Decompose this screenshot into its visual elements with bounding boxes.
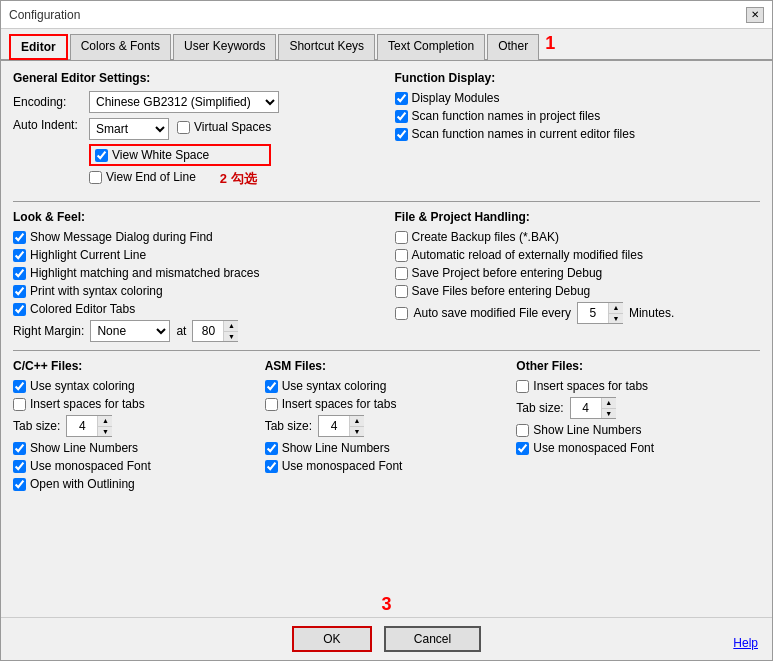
asm-bottom-0: Show Line Numbers	[265, 441, 509, 455]
auto-save-down[interactable]: ▼	[609, 314, 623, 324]
tab-colors[interactable]: Colors & Fonts	[70, 34, 171, 60]
cpp-item-1: Insert spaces for tabs	[13, 397, 257, 411]
other-tab-down[interactable]: ▼	[602, 409, 616, 419]
cpp-tab-up[interactable]: ▲	[98, 416, 112, 427]
cpp-bcb-1[interactable]	[13, 460, 26, 473]
fp-item-0: Create Backup files (*.BAK)	[395, 230, 761, 244]
lf-cb-2[interactable]	[13, 267, 26, 280]
top-section: General Editor Settings: Encoding: Chine…	[13, 71, 760, 193]
asm-title: ASM Files:	[265, 359, 509, 373]
auto-save-input[interactable]	[578, 306, 608, 320]
view-white-space-row: View White Space	[89, 144, 271, 166]
cpp-cb-0[interactable]	[13, 380, 26, 393]
lf-cb-3[interactable]	[13, 285, 26, 298]
view-end-of-line-checkbox[interactable]	[89, 171, 102, 184]
auto-indent-label: Auto Indent:	[13, 118, 83, 132]
fp-cb-2[interactable]	[395, 267, 408, 280]
right-margin-label: Right Margin:	[13, 324, 84, 338]
other-bottom-1: Use monospaced Font	[516, 441, 760, 455]
title-bar: Configuration ✕	[1, 1, 772, 29]
asm-tab-down[interactable]: ▼	[350, 427, 364, 437]
other-tab-up[interactable]: ▲	[602, 398, 616, 409]
asm-tab-size-row: Tab size: ▲ ▼	[265, 415, 509, 437]
lf-cb-4[interactable]	[13, 303, 26, 316]
other-tab-arrows: ▲ ▼	[601, 398, 616, 418]
bottom-bar: OK Cancel	[1, 617, 772, 660]
fp-label-3: Save Files before entering Debug	[412, 284, 591, 298]
auto-save-up[interactable]: ▲	[609, 303, 623, 314]
cancel-button[interactable]: Cancel	[384, 626, 481, 652]
fd-checkbox-2[interactable]	[395, 128, 408, 141]
asm-tab-arrows: ▲ ▼	[349, 416, 364, 436]
auto-save-checkbox[interactable]	[395, 307, 408, 320]
margin-up-button[interactable]: ▲	[224, 321, 238, 332]
cpp-bottom-0: Show Line Numbers	[13, 441, 257, 455]
fp-item-1: Automatic reload of externally modified …	[395, 248, 761, 262]
view-white-space-checkbox[interactable]	[95, 149, 108, 162]
auto-save-row: Auto save modified File every ▲ ▼ Minute…	[395, 302, 761, 324]
right-margin-row: Right Margin: None at ▲ ▼	[13, 320, 379, 342]
fd-label-1: Scan function names in project files	[412, 109, 601, 123]
asm-cb-0[interactable]	[265, 380, 278, 393]
cpp-blabel-1: Use monospaced Font	[30, 459, 151, 473]
ok-button[interactable]: OK	[292, 626, 372, 652]
fp-label-0: Create Backup files (*.BAK)	[412, 230, 559, 244]
margin-down-button[interactable]: ▼	[224, 332, 238, 342]
fd-checkbox-1[interactable]	[395, 110, 408, 123]
cpp-bottom-2: Open with Outlining	[13, 477, 257, 491]
margin-spinbox: ▲ ▼	[192, 320, 238, 342]
fd-checkbox-0[interactable]	[395, 92, 408, 105]
cpp-cb-1[interactable]	[13, 398, 26, 411]
cpp-item-0: Use syntax coloring	[13, 379, 257, 393]
asm-bcb-0[interactable]	[265, 442, 278, 455]
tab-editor[interactable]: Editor	[9, 34, 68, 60]
auto-indent-select[interactable]: Smart	[89, 118, 169, 140]
auto-indent-controls: Smart Virtual Spaces View White Space	[89, 118, 271, 188]
cpp-tab-input[interactable]	[67, 419, 97, 433]
lf-cb-1[interactable]	[13, 249, 26, 262]
help-link[interactable]: Help	[733, 636, 758, 650]
asm-item-0: Use syntax coloring	[265, 379, 509, 393]
window-controls: ✕	[746, 7, 764, 23]
cpp-tab-down[interactable]: ▼	[98, 427, 112, 437]
asm-tab-up[interactable]: ▲	[350, 416, 364, 427]
other-bcb-0[interactable]	[516, 424, 529, 437]
editor-content: General Editor Settings: Encoding: Chine…	[1, 61, 772, 594]
encoding-select[interactable]: Chinese GB2312 (Simplified)	[89, 91, 279, 113]
asm-tab-input[interactable]	[319, 419, 349, 433]
lf-cb-0[interactable]	[13, 231, 26, 244]
virtual-spaces-label: Virtual Spaces	[194, 120, 271, 134]
cpp-bcb-0[interactable]	[13, 442, 26, 455]
right-margin-select[interactable]: None	[90, 320, 170, 342]
fp-cb-0[interactable]	[395, 231, 408, 244]
asm-item-1: Insert spaces for tabs	[265, 397, 509, 411]
other-bcb-1[interactable]	[516, 442, 529, 455]
tab-other[interactable]: Other	[487, 34, 539, 60]
cpp-blabel-0: Show Line Numbers	[30, 441, 138, 455]
asm-tab-label: Tab size:	[265, 419, 312, 433]
fp-cb-1[interactable]	[395, 249, 408, 262]
lf-label-3: Print with syntax coloring	[30, 284, 163, 298]
fd-item-0: Display Modules	[395, 91, 761, 105]
cpp-bcb-2[interactable]	[13, 478, 26, 491]
minutes-label: Minutes.	[629, 306, 674, 320]
cpp-label-1: Insert spaces for tabs	[30, 397, 145, 411]
other-tab-spinbox: ▲ ▼	[570, 397, 616, 419]
other-tab-input[interactable]	[571, 401, 601, 415]
tab-keywords[interactable]: User Keywords	[173, 34, 276, 60]
bottom-area: 3 OK Cancel Help	[1, 594, 772, 660]
close-button[interactable]: ✕	[746, 7, 764, 23]
virtual-spaces-checkbox[interactable]	[177, 121, 190, 134]
tab-shortcuts[interactable]: Shortcut Keys	[278, 34, 375, 60]
fp-cb-3[interactable]	[395, 285, 408, 298]
asm-cb-1[interactable]	[265, 398, 278, 411]
asm-bcb-1[interactable]	[265, 460, 278, 473]
encoding-row: Encoding: Chinese GB2312 (Simplified)	[13, 91, 379, 113]
general-section: General Editor Settings: Encoding: Chine…	[13, 71, 379, 193]
other-cb-0[interactable]	[516, 380, 529, 393]
other-tab-label: Tab size:	[516, 401, 563, 415]
auto-save-spinbox: ▲ ▼	[577, 302, 623, 324]
margin-input[interactable]	[193, 324, 223, 338]
tab-completion[interactable]: Text Completion	[377, 34, 485, 60]
file-project-section: File & Project Handling: Create Backup f…	[395, 210, 761, 342]
